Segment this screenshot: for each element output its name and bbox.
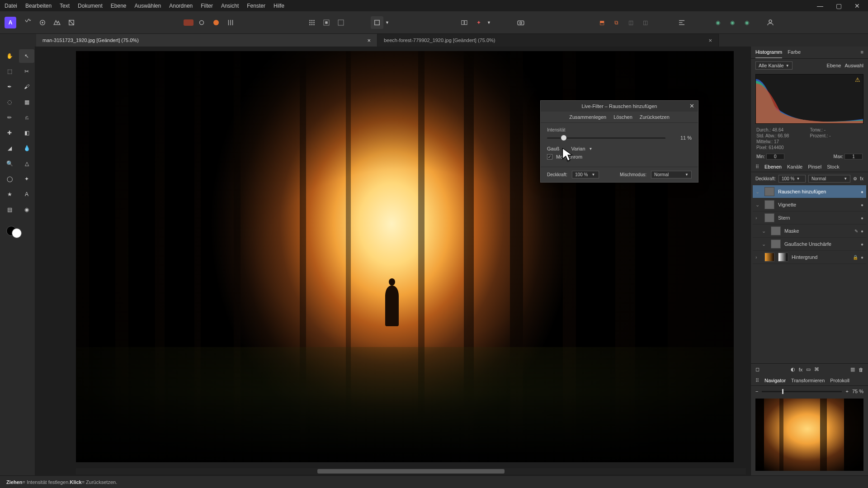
layer-blend-dropdown[interactable]: Normal▼ [808, 175, 850, 183]
star-tool-icon[interactable]: ★ [2, 188, 17, 201]
tab-ebenen[interactable]: Ebenen [764, 164, 782, 170]
link-icon[interactable]: ⌘ [814, 366, 819, 372]
move-tool-icon[interactable]: ↖ [19, 49, 34, 63]
adjust-icon[interactable]: ◐ [791, 366, 795, 372]
horizontal-scrollbar[interactable] [76, 468, 746, 474]
zoom-slider[interactable] [762, 391, 842, 392]
pencil-tool-icon[interactable]: ✏ [2, 111, 17, 124]
channels-dropdown[interactable]: Alle Kanäle▼ [755, 61, 793, 70]
scope-auswahl[interactable]: Auswahl [844, 63, 863, 68]
persona-liquify-icon[interactable] [36, 16, 49, 29]
grid-dots-icon[interactable] [306, 16, 318, 29]
chevron-down-icon[interactable]: ⌄ [755, 189, 761, 195]
document-tab[interactable]: beech-forest-779902_1920.jpg [Geändert] … [377, 34, 719, 47]
layer-dup-icon[interactable]: ⧉ [610, 16, 623, 29]
flood-tool-icon[interactable]: ▦ [19, 95, 34, 109]
layer-row[interactable]: › Hintergrund 🔒● [753, 251, 866, 264]
zoom-slider-handle[interactable] [782, 389, 783, 394]
zoom-out-icon[interactable]: − [755, 389, 758, 394]
panel-menu-icon[interactable]: ≡ [861, 49, 863, 58]
foreground-color-swatch[interactable] [12, 228, 22, 238]
merge-button[interactable]: Zusammenlegen [569, 114, 606, 120]
sync-b-icon[interactable]: ◉ [726, 16, 739, 29]
chevron-down-icon[interactable]: ▼ [589, 147, 593, 151]
layer-row[interactable]: › Stern ● [753, 211, 866, 225]
persona-photo-icon[interactable] [22, 16, 34, 29]
layer-row[interactable]: ⌄ Vignette ● [753, 198, 866, 211]
visibility-icon[interactable]: ● [861, 202, 863, 207]
eraser-tool-icon[interactable]: ◧ [19, 126, 34, 140]
vector-tool-icon[interactable]: ✦ [19, 172, 34, 186]
camera-icon[interactable] [514, 16, 527, 29]
sharpen-tool-icon[interactable]: △ [19, 157, 34, 170]
intensity-slider[interactable] [547, 137, 665, 139]
grid-center-icon[interactable] [320, 16, 333, 29]
tab-color[interactable]: Farbe [788, 49, 801, 58]
tab-transformieren[interactable]: Transformieren [791, 378, 825, 384]
tab-histogram[interactable]: Histogramm [755, 49, 782, 58]
lock-icon[interactable]: 🔒 [853, 255, 858, 260]
dialog-titlebar[interactable]: Live-Filter – Rauschen hinzufügen ✕ [541, 101, 698, 112]
visibility-icon[interactable]: ● [861, 216, 863, 221]
user-account-icon[interactable] [764, 16, 777, 29]
tab-kanaele[interactable]: Kanäle [787, 164, 802, 170]
scrollbar-thumb[interactable] [317, 469, 505, 474]
opacity-dropdown[interactable]: 100 %▼ [572, 171, 599, 178]
min-input[interactable] [766, 154, 784, 160]
chevron-down-icon[interactable]: ▼ [487, 20, 491, 25]
visibility-icon[interactable]: ● [861, 242, 863, 247]
layer-row[interactable]: ⌄ Gaußsche Unschärfe ● [753, 238, 866, 251]
blend-dropdown[interactable]: Normal▼ [651, 171, 692, 178]
visibility-icon[interactable]: ● [861, 189, 863, 194]
sync-c-icon[interactable]: ◉ [741, 16, 753, 29]
delete-button[interactable]: Löschen [613, 114, 632, 120]
persona-develop-icon[interactable] [51, 16, 63, 29]
menu-fenster[interactable]: Fenster [247, 3, 265, 9]
selection-tool-icon[interactable]: ⬚ [2, 65, 17, 78]
menu-auswaehlen[interactable]: Auswählen [134, 3, 161, 9]
chevron-icon[interactable]: ⌄ [755, 202, 761, 208]
eyedropper-tool-icon[interactable]: ◉ [19, 203, 34, 216]
menu-ebene[interactable]: Ebene [111, 3, 127, 9]
grid-outline-icon[interactable] [335, 16, 347, 29]
brush-tool-icon[interactable]: 🖌 [19, 80, 34, 94]
heal-tool-icon[interactable]: ✚ [2, 126, 17, 140]
close-icon[interactable]: × [367, 37, 371, 44]
pen-tool-icon[interactable]: ✒ [2, 80, 17, 94]
adjust-icon[interactable] [224, 16, 237, 29]
snap-icon[interactable]: ✦ [472, 16, 485, 29]
lasso-tool-icon[interactable]: ◌ [2, 95, 17, 109]
swatch-preview-icon[interactable] [184, 19, 193, 26]
menu-text[interactable]: Text [60, 3, 70, 9]
zoom-in-icon[interactable]: + [845, 389, 848, 394]
window-minimize-icon[interactable]: — [813, 0, 827, 11]
shape-tool-icon[interactable]: ◯ [2, 172, 17, 186]
navigator-preview[interactable] [755, 399, 863, 471]
scope-ebene[interactable]: Ebene [827, 63, 841, 68]
chevron-icon[interactable]: ⌄ [762, 228, 767, 234]
fx-icon[interactable]: fx [860, 176, 863, 181]
add-layer-icon[interactable]: ▥ [850, 366, 855, 372]
max-input[interactable] [844, 154, 863, 160]
reset-button[interactable]: Zurücksetzen [640, 114, 670, 120]
tab-pinsel[interactable]: Pinsel [808, 164, 821, 170]
close-icon[interactable]: × [708, 37, 712, 44]
menu-filter[interactable]: Filter [201, 3, 213, 9]
arrange-icon[interactable] [458, 16, 471, 29]
group-icon[interactable]: ▭ [806, 366, 811, 372]
zoom-tool-icon[interactable]: 🔍 [2, 157, 17, 170]
menu-ansicht[interactable]: Ansicht [221, 3, 239, 9]
blur-tool-icon[interactable]: 💧 [19, 141, 34, 155]
mesh-tool-icon[interactable]: ▤ [2, 203, 17, 216]
menu-dokument[interactable]: Dokument [78, 3, 103, 9]
monochrome-checkbox[interactable]: ✓ [547, 154, 552, 160]
brush-circle-icon[interactable] [195, 16, 208, 29]
layer-opacity-dropdown[interactable]: 100 %▼ [778, 175, 806, 183]
crop-tool-icon[interactable]: ✂ [19, 65, 34, 78]
panel-grip-icon[interactable]: ⠿ [755, 378, 759, 384]
chevron-icon[interactable]: ⌄ [762, 241, 767, 247]
tab-protokoll[interactable]: Protokoll [830, 378, 849, 384]
tab-navigator[interactable]: Navigator [764, 378, 786, 384]
edit-icon[interactable]: ✎ [854, 229, 858, 234]
panel-grip-icon[interactable]: ⠿ [755, 164, 759, 170]
